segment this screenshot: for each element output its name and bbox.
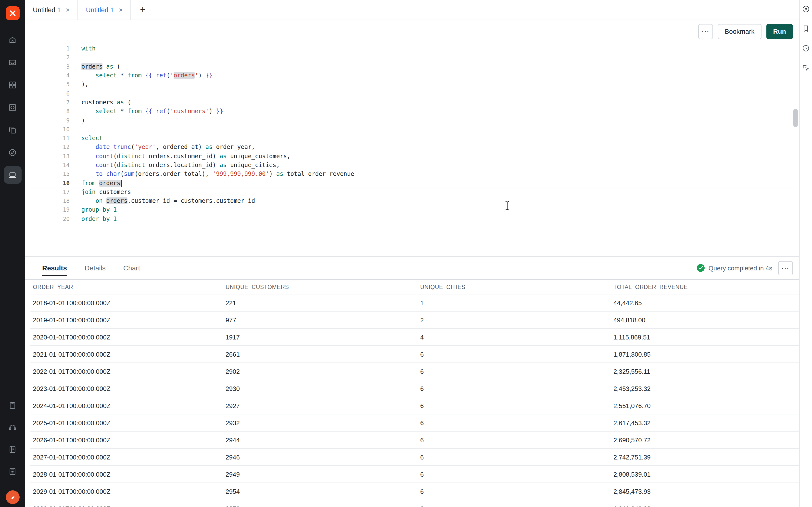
bookmark-button[interactable]: Bookmark — [718, 24, 761, 39]
table-row[interactable]: 2030-01-01T00:00:00.000Z287961,841,049.3… — [30, 500, 799, 507]
code-line[interactable]: 3orders as ( — [25, 62, 799, 71]
code-line[interactable]: 18 on orders.customer_id = customers.cus… — [25, 196, 799, 206]
code-text: from orders — [70, 179, 121, 186]
sidebar-nav — [4, 31, 21, 184]
develop-laptop-icon[interactable] — [4, 166, 21, 184]
code-line[interactable]: 4 select * from {{ ref('orders') }} — [25, 71, 799, 80]
table-cell: 2022-01-01T00:00:00.000Z — [30, 368, 222, 375]
code-editor-icon[interactable] — [4, 99, 21, 116]
inspect-icon[interactable] — [802, 63, 810, 72]
table-cell: 494,818.00 — [610, 316, 799, 324]
code-line[interactable]: 6 — [25, 89, 799, 98]
code-line[interactable]: 1with — [25, 44, 799, 53]
table-row[interactable]: 2026-01-01T00:00:00.000Z294462,690,570.7… — [30, 432, 799, 449]
table-cell: 2025-01-01T00:00:00.000Z — [30, 419, 222, 427]
table-cell: 6 — [417, 368, 610, 375]
results-more-button[interactable]: ⋯ — [778, 261, 793, 275]
column-header-total-order-revenue[interactable]: TOTAL_ORDER_REVENUE — [610, 284, 799, 290]
code-line[interactable]: 2 — [25, 53, 799, 62]
run-button[interactable]: Run — [766, 24, 793, 39]
table-row[interactable]: 2020-01-01T00:00:00.000Z191741,115,869.5… — [30, 329, 799, 346]
explore-compass-icon[interactable] — [4, 144, 21, 161]
left-sidebar — [0, 0, 25, 507]
table-row[interactable]: 2027-01-01T00:00:00.000Z294662,742,751.3… — [30, 449, 799, 466]
table-cell: 2,808,539.01 — [610, 470, 799, 478]
sql-editor[interactable]: 1with23orders as (4 select * from {{ ref… — [25, 43, 799, 256]
file-tab-1[interactable]: Untitled 1 × — [25, 0, 78, 19]
apps-grid-icon[interactable] — [4, 76, 21, 94]
more-options-button[interactable]: ⋯ — [698, 24, 713, 39]
app-logo-icon[interactable] — [6, 6, 19, 20]
user-avatar[interactable] — [6, 490, 19, 504]
query-status: Query completed in 4s — [697, 264, 772, 272]
column-header-unique-customers[interactable]: UNIQUE_CUSTOMERS — [222, 284, 417, 290]
code-line[interactable]: 20order by 1 — [25, 214, 799, 223]
tab-results[interactable]: Results — [42, 257, 67, 279]
table-cell: 977 — [222, 316, 417, 324]
code-text: order by 1 — [70, 216, 117, 222]
table-cell: 2026-01-01T00:00:00.000Z — [30, 436, 222, 444]
code-text: select * from {{ ref('customers') }} — [70, 108, 223, 115]
code-line[interactable]: 5), — [25, 80, 799, 89]
compass-icon[interactable] — [802, 4, 810, 13]
code-line[interactable]: 14 count(distinct orders.location_id) as… — [25, 161, 799, 170]
table-row[interactable]: 2018-01-01T00:00:00.000Z221144,442.65 — [30, 294, 799, 312]
mouse-cursor-ibeam — [505, 201, 510, 211]
tab-label: Untitled 1 — [86, 6, 114, 13]
table-cell: 6 — [417, 402, 610, 409]
table-row[interactable]: 2021-01-01T00:00:00.000Z266161,871,800.8… — [30, 346, 799, 363]
editor-scrollbar-thumb[interactable] — [793, 109, 798, 127]
table-row[interactable]: 2025-01-01T00:00:00.000Z293262,617,453.3… — [30, 414, 799, 432]
code-line[interactable]: 19group by 1 — [25, 206, 799, 215]
windows-icon[interactable] — [4, 121, 21, 138]
line-number: 4 — [25, 72, 70, 79]
table-row[interactable]: 2023-01-01T00:00:00.000Z293062,453,253.3… — [30, 380, 799, 397]
table-cell: 1,871,800.85 — [610, 350, 799, 358]
column-header-order-year[interactable]: ORDER_YEAR — [30, 284, 222, 290]
inbox-icon[interactable] — [4, 53, 21, 71]
bookmark-icon[interactable] — [802, 24, 810, 33]
code-line[interactable]: 15 to_char(sum(orders.order_total), '999… — [25, 169, 799, 178]
code-line[interactable]: 11select — [25, 134, 799, 143]
notebook-icon[interactable] — [4, 440, 21, 458]
tab-details[interactable]: Details — [85, 257, 106, 279]
table-cell: 2,690,570.72 — [610, 436, 799, 444]
new-tab-button[interactable]: + — [131, 0, 154, 19]
table-cell: 2,453,253.32 — [610, 385, 799, 392]
calculator-icon[interactable] — [4, 462, 21, 480]
code-text: group by 1 — [70, 207, 117, 213]
close-tab-icon[interactable]: × — [66, 6, 70, 13]
table-row[interactable]: 2029-01-01T00:00:00.000Z295462,845,473.9… — [30, 483, 799, 500]
history-icon[interactable] — [802, 44, 810, 52]
code-text: ), — [70, 81, 89, 88]
table-cell: 6 — [417, 385, 610, 392]
code-line[interactable]: 9) — [25, 116, 799, 125]
support-headset-icon[interactable] — [4, 418, 21, 436]
code-text: count(distinct orders.location_id) as un… — [70, 162, 280, 169]
code-line[interactable]: 17join customers — [25, 188, 799, 197]
code-line[interactable]: 12 date_trunc('year', ordered_at) as ord… — [25, 143, 799, 152]
code-line[interactable]: 13 count(distinct orders.customer_id) as… — [25, 152, 799, 161]
home-icon[interactable] — [4, 31, 21, 49]
line-number: 17 — [25, 188, 70, 195]
table-cell: 2,325,556.11 — [610, 368, 799, 375]
table-row[interactable]: 2022-01-01T00:00:00.000Z290262,325,556.1… — [30, 363, 799, 380]
line-number: 19 — [25, 207, 70, 213]
table-row[interactable]: 2028-01-01T00:00:00.000Z294962,808,539.0… — [30, 466, 799, 483]
close-tab-icon[interactable]: × — [119, 6, 123, 13]
clipboard-icon[interactable] — [4, 396, 21, 414]
table-row[interactable]: 2024-01-01T00:00:00.000Z292762,551,076.7… — [30, 397, 799, 414]
table-row[interactable]: 2019-01-01T00:00:00.000Z9772494,818.00 — [30, 312, 799, 329]
table-cell: 2024-01-01T00:00:00.000Z — [30, 402, 222, 409]
line-number: 12 — [25, 144, 70, 151]
table-cell: 2927 — [222, 402, 417, 409]
code-text: customers as ( — [70, 99, 131, 106]
code-line[interactable]: 7customers as ( — [25, 98, 799, 107]
query-status-text: Query completed in 4s — [709, 264, 772, 272]
code-line[interactable]: 10 — [25, 125, 799, 134]
code-line[interactable]: 8 select * from {{ ref('customers') }} — [25, 107, 799, 116]
code-line[interactable]: 16from orders — [25, 178, 799, 188]
tab-chart[interactable]: Chart — [123, 257, 140, 279]
column-header-unique-cities[interactable]: UNIQUE_CITIES — [417, 284, 610, 290]
file-tab-2[interactable]: Untitled 1 × — [78, 0, 131, 19]
